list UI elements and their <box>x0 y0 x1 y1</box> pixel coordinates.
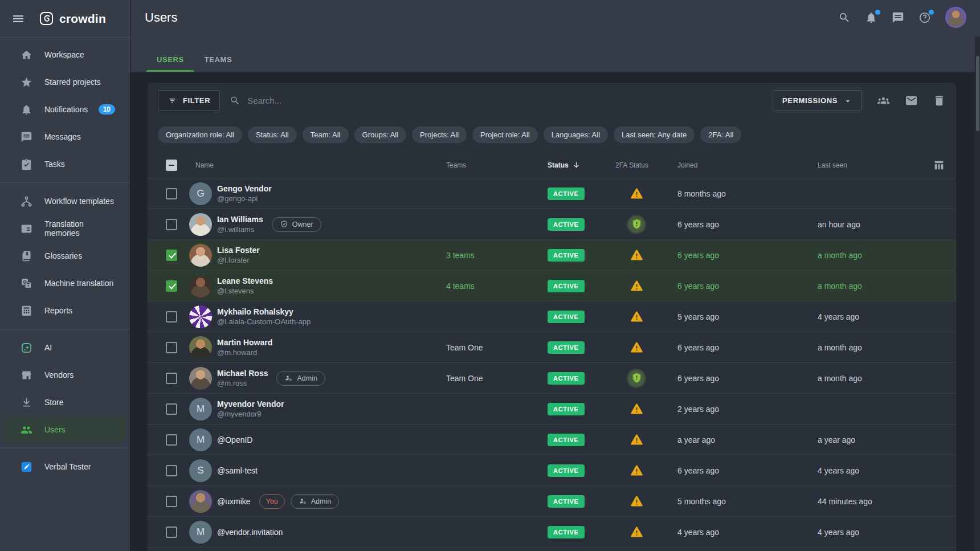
filter-chip[interactable]: Status: All <box>248 126 297 143</box>
filter-chip[interactable]: Project role: All <box>472 126 538 143</box>
user-teams-link[interactable]: 4 teams <box>442 281 543 291</box>
sidebar-item-ai[interactable]: AI <box>5 334 125 361</box>
sidebar-item-reports[interactable]: Reports <box>5 297 125 324</box>
table-row[interactable]: Martin Howard @m.howard Team One ACTIVE … <box>148 332 956 363</box>
user-name[interactable]: Gengo Vendor <box>217 184 272 193</box>
user-name[interactable]: @vendor.invitation <box>217 528 283 537</box>
row-menu-button[interactable] <box>933 311 945 323</box>
filter-chip[interactable]: Groups: All <box>354 126 407 143</box>
row-checkbox[interactable] <box>166 219 177 230</box>
user-teams-link[interactable]: Team One <box>442 374 543 383</box>
email-icon[interactable] <box>905 94 918 107</box>
user-name[interactable]: Lisa Foster <box>217 246 260 255</box>
table-row[interactable]: M @OpenID ACTIVE a year ago a year ago <box>148 425 956 455</box>
hamburger-menu-icon[interactable] <box>11 12 25 26</box>
search-input[interactable] <box>247 96 418 105</box>
user-name[interactable]: Ian Williams <box>217 215 263 224</box>
column-settings-icon[interactable] <box>933 159 945 172</box>
table-row[interactable]: Leane Stevens @l.stevens 4 teams ACTIVE … <box>148 271 956 301</box>
row-checkbox[interactable] <box>166 434 177 446</box>
table-row[interactable]: Ian Williams @i.williams Owner ACTIVE 6 … <box>148 209 956 240</box>
column-header-teams[interactable]: Teams <box>442 161 543 169</box>
row-menu-button[interactable] <box>933 187 945 200</box>
table-row[interactable]: M Myvendor Vendor @myvendor9 ACTIVE 2 ye… <box>148 394 956 425</box>
table-row[interactable]: S @saml-test ACTIVE 6 years ago 4 years … <box>148 455 956 486</box>
user-name[interactable]: Leane Stevens <box>217 276 273 285</box>
filter-chip[interactable]: Last seen: Any date <box>614 126 695 143</box>
row-checkbox[interactable] <box>166 496 177 507</box>
table-row[interactable]: Lisa Foster @l.forster 3 teams ACTIVE 6 … <box>148 240 956 271</box>
row-menu-button[interactable] <box>933 434 945 446</box>
column-header-last-seen[interactable]: Last seen <box>803 161 933 169</box>
sidebar-item-store[interactable]: Store <box>5 389 125 416</box>
sidebar-item-glossaries[interactable]: Glossaries <box>5 242 125 270</box>
table-row[interactable]: Mykhailo Rohalskyy @Lalala-Custom-OAuth-… <box>148 301 956 332</box>
row-checkbox[interactable] <box>166 403 177 415</box>
row-checkbox[interactable] <box>166 250 177 261</box>
row-checkbox[interactable] <box>166 342 177 353</box>
help-icon[interactable] <box>918 11 931 24</box>
table-row[interactable]: M @vendor.invitation ACTIVE 4 years ago … <box>148 517 956 548</box>
sidebar-item-machine-translation[interactable]: GT Machine translation <box>5 270 125 297</box>
user-name[interactable]: Mykhailo Rohalskyy <box>217 307 311 316</box>
filter-chip[interactable]: Organization role: All <box>158 126 242 143</box>
filter-chip[interactable]: Team: All <box>303 126 349 143</box>
select-all-checkbox[interactable] <box>166 160 177 171</box>
row-checkbox[interactable] <box>166 188 177 199</box>
row-menu-button[interactable] <box>933 249 945 262</box>
sidebar-item-notifications[interactable]: Notifications 10 <box>5 96 125 123</box>
filter-chip[interactable]: 2FA: All <box>700 126 741 143</box>
crowdin-logo[interactable]: crowdin <box>39 11 106 26</box>
user-name[interactable]: @uxmike <box>217 497 251 506</box>
row-menu-button[interactable] <box>933 280 945 292</box>
column-header-name[interactable]: Name <box>184 161 442 169</box>
user-avatar[interactable] <box>945 7 966 28</box>
table-row[interactable]: @uxmike YouAdmin ACTIVE 5 months ago 44 … <box>148 486 956 517</box>
row-menu-button[interactable] <box>933 403 945 415</box>
row-menu-button[interactable] <box>933 341 945 354</box>
row-menu-button[interactable] <box>933 218 945 231</box>
column-header-2fa[interactable]: 2FA Status <box>610 161 663 169</box>
sidebar-item-workflow-templates[interactable]: Workflow templates <box>5 187 125 215</box>
filter-chip[interactable]: Languages: All <box>544 126 608 143</box>
user-teams-link[interactable]: Team One <box>442 343 543 352</box>
notifications-bell-icon[interactable] <box>865 11 877 24</box>
sidebar-item-vendors[interactable]: Vendors <box>5 361 125 389</box>
user-name[interactable]: Myvendor Vendor <box>217 399 284 409</box>
row-checkbox[interactable] <box>166 526 177 538</box>
row-menu-button[interactable] <box>933 372 945 385</box>
messages-icon[interactable] <box>892 11 904 24</box>
sidebar-item-users[interactable]: Users <box>5 416 125 443</box>
user-name[interactable]: Martin Howard <box>217 338 272 347</box>
manage-teams-icon[interactable] <box>877 94 890 107</box>
user-name[interactable]: @saml-test <box>217 466 258 475</box>
row-checkbox[interactable] <box>166 465 177 476</box>
user-name[interactable]: @OpenID <box>217 435 252 444</box>
tab-teams[interactable]: TEAMS <box>194 47 243 72</box>
filter-button[interactable]: FILTER <box>158 90 220 111</box>
sidebar-item-starred-projects[interactable]: Starred projects <box>5 68 125 96</box>
row-checkbox[interactable] <box>166 280 177 292</box>
row-menu-button[interactable] <box>933 464 945 477</box>
row-checkbox[interactable] <box>166 311 177 323</box>
sidebar-item-translation-memories[interactable]: Translation memories <box>5 215 125 242</box>
scrollbar-thumb[interactable] <box>976 56 979 131</box>
filter-chip[interactable]: Projects: All <box>412 126 467 143</box>
sidebar-item-tasks[interactable]: Tasks <box>5 150 125 178</box>
search-icon[interactable] <box>838 11 851 24</box>
permissions-dropdown[interactable]: PERMISSIONS <box>773 90 862 111</box>
column-header-joined[interactable]: Joined <box>663 161 803 169</box>
row-menu-button[interactable] <box>933 495 945 508</box>
user-name[interactable]: Michael Ross <box>217 369 268 378</box>
column-header-status[interactable]: Status <box>543 161 610 169</box>
user-teams-link[interactable]: 3 teams <box>442 251 543 260</box>
delete-icon[interactable] <box>933 94 946 107</box>
row-menu-button[interactable] <box>933 526 945 538</box>
table-row[interactable]: Michael Ross @m.ross Admin Team One ACTI… <box>148 363 956 394</box>
sidebar-item-workspace[interactable]: Workspace <box>5 41 125 68</box>
table-row[interactable]: G Gengo Vendor @gengo-api ACTIVE 8 month… <box>148 178 956 209</box>
sidebar-item-verbal-tester[interactable]: Verbal Tester <box>5 453 125 480</box>
tab-users[interactable]: USERS <box>146 47 194 72</box>
sidebar-item-messages[interactable]: Messages <box>5 123 125 150</box>
row-checkbox[interactable] <box>166 373 177 384</box>
